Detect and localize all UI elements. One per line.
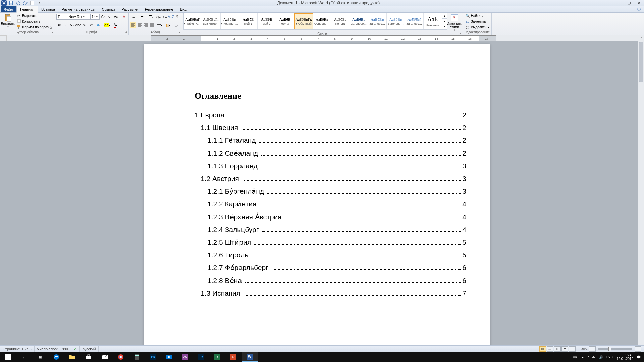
underline-button[interactable]: Ч▾ [69,22,75,28]
ruler-toggle[interactable] [0,35,7,41]
task-view-button[interactable]: ⊞ [32,352,48,362]
undo-button[interactable] [15,0,21,6]
zoom-knob[interactable] [608,347,611,351]
increase-indent-button[interactable]: ▷≡ [162,14,168,20]
scroll-thumb[interactable] [639,42,643,82]
toc-entry[interactable]: 1.2.2 Кари́нтия 4 [195,200,466,208]
toc-entry[interactable]: 1.1.2 Све́аланд 2 [195,149,466,157]
tray-chevron-up-icon[interactable]: ˄ [587,355,589,359]
show-marks-button[interactable]: ¶ [174,14,180,20]
zoom-level[interactable]: 130% [579,347,588,351]
tab-references[interactable]: Ссылки [99,6,118,12]
gallery-scroll-up[interactable]: ▲ [442,13,447,19]
taskbar-video[interactable] [161,352,177,362]
change-case-button[interactable]: Aa▾ [113,14,121,20]
tab-layout[interactable]: Разметка страницы [58,6,99,12]
status-proofing[interactable]: ✓ [71,346,80,352]
multilevel-button[interactable]: ☰▾ [147,14,155,20]
view-print-layout[interactable]: ▤ [539,346,546,352]
style-item[interactable]: АаБбВвЗаголово… [387,13,405,29]
taskbar-store[interactable] [80,352,97,362]
view-web-layout[interactable]: ⊞ [554,346,561,352]
redo-button[interactable] [22,0,28,6]
scroll-up-button[interactable]: ▲ [638,36,644,41]
view-full-screen[interactable]: ▭ [547,346,553,352]
find-button[interactable]: 🔍Найти▾ [464,13,490,18]
taskbar-excel[interactable]: X [209,352,225,362]
start-button[interactable] [0,352,16,362]
tab-file[interactable]: Файл [1,6,16,12]
borders-button[interactable]: ⊞▾ [172,22,180,28]
save-button[interactable] [8,0,14,6]
change-styles-button[interactable]: A Изменить стили ▼ [448,13,461,32]
tab-view[interactable]: Вид [177,6,190,12]
text-effects-button[interactable]: A▾ [95,22,103,28]
toc-entry[interactable]: 1.1.1 Гёталанд 2 [195,136,466,144]
toc-entry[interactable]: 1.2.6 Тироль 5 [195,251,466,259]
grow-font-button[interactable]: A▴ [100,14,106,20]
cut-button[interactable]: ✂Вырезать [15,13,53,18]
ribbon-help-button[interactable]: ⓘ [634,6,644,12]
replace-button[interactable]: abЗаменить [464,19,490,24]
taskbar-app1[interactable]: A5 [177,352,193,362]
clipboard-launcher[interactable]: ◢ [50,31,54,35]
copy-button[interactable]: Копировать [15,19,53,24]
toc-entry[interactable]: 1.2.7 Фо́рарльберг 6 [195,264,466,272]
justify-button[interactable] [149,22,155,28]
highlight-button[interactable]: ab▾ [103,22,111,28]
style-item[interactable]: АаБбВвЗаголово… [350,13,368,29]
tray-volume-icon[interactable]: 🔊 [599,355,603,359]
style-item[interactable]: АаБбВмой 2 [258,13,276,29]
font-name-combo[interactable]: Times New Ro▼ [56,14,90,20]
toc-entry[interactable]: 1 Европа 2 [195,111,466,119]
tray-network-icon[interactable]: 🖧 [592,355,596,359]
taskbar-mail[interactable] [97,352,113,362]
align-left-button[interactable] [130,22,136,28]
tray-notifications-icon[interactable]: 💬 [637,355,641,359]
format-painter-button[interactable]: Формат по образцу [15,24,53,30]
paste-button[interactable]: Вставить ▼ [1,13,15,28]
italic-button[interactable]: К [63,22,69,28]
style-item[interactable]: АаБбВвІЗаголово… [405,13,424,29]
style-item[interactable]: АаБбВмой 3 [276,13,294,29]
toc-entry[interactable]: 1.2.5 Шти́рия 5 [195,238,466,246]
status-language[interactable]: русский [80,346,99,352]
tab-insert[interactable]: Вставка [38,6,58,12]
toc-entry[interactable]: 1.2.8 Ве́на 6 [195,277,466,285]
style-item[interactable]: АаБбВмой 1 [239,13,258,29]
gallery-scroll-down[interactable]: ▼ [442,19,447,24]
toc-entry[interactable]: 1.3 Испания 7 [195,289,466,297]
style-item[interactable]: АаБбВвЗаголово… [368,13,387,29]
minimize-button[interactable]: ─ [614,0,624,6]
zoom-in-button[interactable]: + [635,346,641,352]
toc-entry[interactable]: 1.2.3 Ве́рхняя А́встрия 4 [195,213,466,221]
font-launcher[interactable]: ◢ [124,31,128,35]
view-outline[interactable]: ≣ [561,346,568,352]
toc-entry[interactable]: 1.2.4 Зальцбург 4 [195,226,466,234]
new-doc-button[interactable] [29,0,35,6]
horizontal-ruler[interactable]: 211234567891011121314151617 [7,35,638,41]
sort-button[interactable]: A↓Z [168,14,174,20]
tab-home[interactable]: Главная [16,6,38,13]
style-item[interactable]: АаБбВвГ¶ Table Pa… [184,13,202,29]
vertical-scrollbar[interactable]: ▲ ▼ [638,35,644,354]
close-button[interactable]: ✕ [634,0,644,6]
strikethrough-button[interactable]: abc [75,22,82,28]
tray-language[interactable]: РУС [606,355,613,359]
toc-entry[interactable]: 1.1.3 Норрланд 3 [195,162,466,170]
font-size-combo[interactable]: 14▼ [90,14,100,20]
tray-input-icon[interactable]: ⌨ [573,355,577,359]
tab-mailings[interactable]: Рассылки [118,6,141,12]
taskbar-word[interactable]: W [241,352,258,362]
document-page[interactable]: Оглавление 1 Европа 21.1 Швеция 21.1.1 Г… [144,44,490,354]
style-item[interactable]: АаБНазвание [424,13,442,29]
select-button[interactable]: ⬚Выделить▾ [464,24,490,30]
toc-entry[interactable]: 1.2 Австрия 3 [195,175,466,183]
paragraph-launcher[interactable]: ◢ [177,31,181,35]
line-spacing-button[interactable]: ‡≡▾ [156,22,164,28]
align-center-button[interactable] [137,22,143,28]
font-color-button[interactable]: A▾ [111,22,119,28]
taskbar-chrome[interactable] [113,352,129,362]
numbering-button[interactable]: ≣▾ [139,14,147,20]
superscript-button[interactable]: x² [88,22,94,28]
